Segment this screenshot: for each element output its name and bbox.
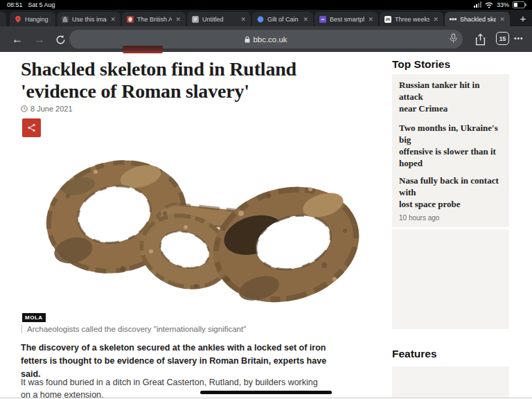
story-title: Nasa fully back in contact with lost spa… — [399, 175, 502, 211]
tab-strip: Hanging Sig Use this image ✕ The British… — [0, 10, 532, 26]
tab-three-weeks[interactable]: iN Three weeks o ✕ — [380, 12, 443, 26]
share-page-icon[interactable] — [472, 32, 488, 47]
tab-untitled[interactable]: Untitled ✕ — [187, 12, 251, 26]
map-pin-icon — [15, 16, 21, 23]
top-stories-heading: Top Stories — [392, 58, 450, 71]
story-title: Russian tanker hit in attack near Crimea — [399, 80, 502, 115]
tab-label: The British Abo — [137, 16, 172, 23]
clock-icon — [21, 105, 28, 112]
ad-placeholder — [392, 229, 509, 329]
features-placeholder — [392, 366, 509, 398]
article-image-shackles — [19, 148, 362, 314]
newspaper-icon: iN — [384, 16, 391, 23]
browser-toolbar: ← → bbc.co.uk 15 ••• — [0, 26, 532, 52]
microphone-icon[interactable] — [450, 33, 457, 45]
tab-label: Hanging Sig — [25, 16, 51, 23]
story-timestamp: 10 hours ago — [399, 214, 502, 222]
story-card-nasa-probe[interactable]: Nasa fully back in contact with lost spa… — [392, 170, 509, 227]
tab-label: Best smartpho — [330, 16, 364, 23]
battery-icon — [513, 1, 525, 8]
page-masthead-fragment — [123, 46, 163, 53]
close-icon[interactable]: ✕ — [110, 16, 116, 23]
tab-best-smartphone[interactable]: Best smartpho ✕ — [314, 12, 378, 26]
status-time: 08:51 — [7, 1, 23, 8]
window-bottom-edge — [0, 398, 532, 398]
lock-icon — [245, 36, 250, 43]
tab-shackled-skeleton-active[interactable]: Shackled skele ✕ — [445, 12, 510, 26]
story-title: Two months in, Ukraine's big offensive i… — [399, 123, 502, 170]
tab-label: Gilt of Cain - Si — [267, 16, 299, 23]
image-source-badge: MOLA — [22, 313, 46, 322]
battery-percent: 33% — [497, 1, 509, 8]
purple-app-icon — [319, 16, 326, 23]
url-text: bbc.co.uk — [253, 35, 287, 44]
image-caption: Archaeologists called the discovery "int… — [21, 325, 318, 333]
museum-icon — [62, 16, 69, 23]
back-button[interactable]: ← — [10, 32, 25, 47]
article-date: 8 June 2021 — [30, 105, 73, 113]
crest-icon — [127, 16, 134, 23]
page-title: Shackled skeleton find in Rutland 'evide… — [21, 58, 353, 103]
tab-switcher-button[interactable]: 15 — [496, 32, 509, 45]
share-icon — [27, 123, 36, 132]
features-heading: Features — [392, 348, 437, 360]
tab-label: Three weeks o — [395, 16, 429, 23]
forward-button[interactable]: → — [32, 32, 47, 47]
close-icon[interactable]: ✕ — [368, 16, 373, 23]
status-bar: 08:51 Sat 5 Aug 33% — [0, 0, 532, 10]
tab-the-british[interactable]: The British Abo ✕ — [122, 12, 186, 26]
overflow-menu-icon[interactable]: ••• — [514, 35, 524, 42]
body-paragraph: It was found buried in a ditch in Great … — [21, 376, 339, 399]
browser-window: 08:51 Sat 5 Aug 33% Hanging Sig — [0, 0, 532, 399]
new-tab-button[interactable]: + — [517, 12, 529, 24]
status-date: Sat 5 Aug — [28, 1, 55, 8]
close-icon[interactable]: ✕ — [499, 16, 505, 23]
lead-paragraph: The discovery of a skeleton secured at t… — [21, 342, 339, 380]
partial-tab[interactable] — [0, 12, 6, 26]
tab-hanging-sign[interactable]: Hanging Sig — [10, 12, 55, 26]
tab-label: Untitled — [202, 16, 237, 23]
close-icon[interactable]: ✕ — [175, 16, 181, 23]
document-icon — [192, 16, 199, 23]
tab-label: Use this image — [72, 16, 107, 23]
site-dot-icon — [257, 16, 264, 23]
tab-label: Shackled skele — [460, 16, 496, 23]
close-icon[interactable]: ✕ — [433, 16, 438, 23]
share-article-button[interactable] — [22, 118, 41, 137]
article-dateline: 8 June 2021 — [21, 105, 73, 113]
close-icon[interactable]: ✕ — [303, 16, 308, 23]
home-indicator[interactable] — [200, 391, 332, 394]
cellular-signal-icon — [474, 2, 481, 8]
wifi-icon — [485, 2, 493, 8]
tab-use-this-image[interactable]: Use this image ✕ — [57, 12, 121, 26]
close-icon[interactable]: ✕ — [240, 16, 246, 23]
reload-button[interactable] — [53, 32, 68, 47]
tab-count: 15 — [499, 35, 506, 42]
bbc-blocks-icon — [450, 16, 456, 23]
tab-gilt-of-cain[interactable]: Gilt of Cain - Si ✕ — [252, 12, 313, 26]
newspaper-icon-text: iN — [386, 17, 390, 21]
